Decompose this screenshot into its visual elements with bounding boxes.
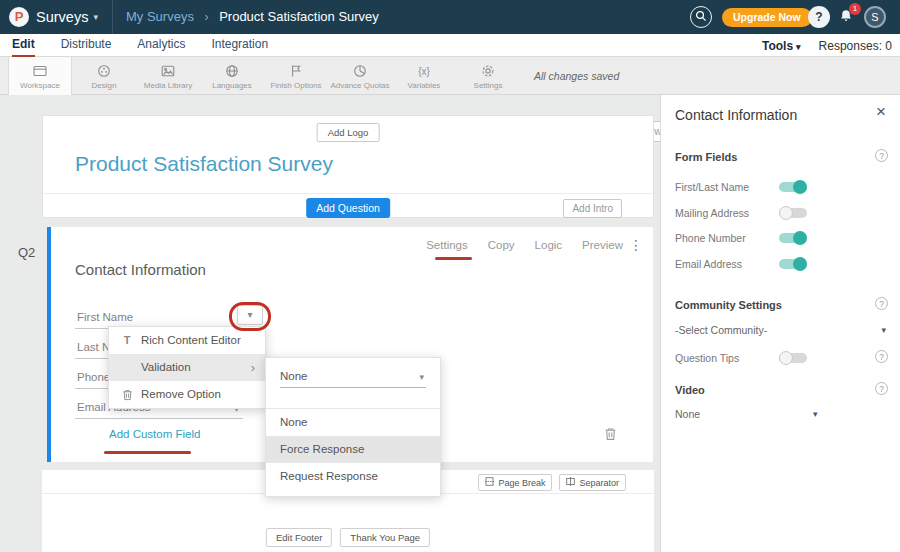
question-preview-link[interactable]: Preview (582, 239, 623, 251)
chevron-down-icon[interactable]: ▾ (881, 325, 886, 335)
add-custom-field-link[interactable]: Add Custom Field (109, 428, 200, 440)
toolbar-item-advance-quotas[interactable]: Advance Quotas (328, 57, 392, 95)
trash-icon (604, 427, 617, 444)
validation-select[interactable]: None ▾ (280, 370, 426, 388)
questionpro-logo[interactable]: P (9, 7, 29, 27)
help-icon[interactable]: ? (875, 297, 888, 310)
field-first-name[interactable]: First Name (75, 299, 243, 329)
toolbar-item-workspace[interactable]: Workspace (8, 57, 72, 95)
page-break-button[interactable]: Page Break (478, 474, 552, 491)
edit-footer-button[interactable]: Edit Footer (266, 528, 332, 547)
toggle-label-email-address: Email Address (675, 258, 742, 270)
tab-distribute[interactable]: Distribute (61, 34, 112, 57)
header-divider (43, 193, 653, 194)
validation-option-none[interactable]: None (266, 409, 440, 436)
question-number: Q2 (18, 245, 35, 260)
question-settings-link[interactable]: Settings (426, 239, 468, 251)
breadcrumb-separator-icon: › (205, 10, 209, 24)
menu-item-remove-option[interactable]: Remove Option (109, 381, 265, 408)
tab-analytics[interactable]: Analytics (137, 34, 185, 57)
question-copy-link[interactable]: Copy (488, 239, 515, 251)
help-icon[interactable]: ? (875, 382, 888, 395)
toggle-label-first-last-name: First/Last Name (675, 181, 749, 193)
help-icon[interactable]: ? (875, 149, 888, 162)
topbar-divider (112, 0, 113, 34)
validation-submenu: None ▾ None Force Response Request Respo… (265, 357, 441, 497)
delete-question-button[interactable] (604, 427, 617, 445)
page-break-icon (485, 477, 494, 488)
community-settings-heading: Community Settings (675, 299, 782, 311)
footer-buttons: Edit Footer Thank You Page (266, 528, 430, 547)
toggle-label-phone-number: Phone Number (675, 232, 746, 244)
toolbar-item-variables[interactable]: {x} Variables (392, 57, 456, 95)
separator-icon (566, 477, 575, 488)
tab-edit[interactable]: Edit (12, 34, 35, 57)
toggle-label-mailing-address: Mailing Address (675, 207, 749, 219)
first-name-options-dropdown[interactable]: ▾ (237, 305, 263, 325)
navbar: Edit Distribute Analytics Integration To… (0, 34, 900, 57)
close-icon[interactable]: × (876, 103, 886, 120)
trash-icon (119, 381, 135, 408)
add-question-button[interactable]: Add Question (306, 198, 390, 218)
validation-option-force-response[interactable]: Force Response (266, 436, 440, 463)
tools-menu[interactable]: Tools▾ (762, 39, 801, 53)
autosave-status: All changes saved (534, 57, 619, 95)
separator-button[interactable]: Separator (559, 474, 626, 491)
toggle-question-tips[interactable] (779, 351, 807, 365)
submenu-arrow-icon: › (251, 354, 255, 381)
upgrade-now-button[interactable]: Upgrade Now (722, 8, 812, 27)
question-title[interactable]: Contact Information (75, 261, 206, 278)
search-icon (695, 8, 707, 26)
toolbar-item-settings[interactable]: Settings (456, 57, 520, 95)
toolbar-item-finish-options[interactable]: Finish Options (264, 57, 328, 95)
chevron-down-icon: ▾ (796, 42, 801, 52)
variables-icon: {x} (418, 63, 430, 80)
question-logic-link[interactable]: Logic (535, 239, 563, 251)
search-button[interactable] (690, 6, 712, 28)
survey-title[interactable]: Product Satisfaction Survey (75, 152, 333, 176)
add-intro-button[interactable]: Add Intro (563, 199, 622, 218)
chevron-down-icon: ▾ (93, 12, 98, 22)
editor-toolbar: Workspace Design Media Library Languages… (0, 57, 900, 95)
validation-options-list: None Force Response Request Response (266, 408, 440, 490)
surveys-product-menu[interactable]: Surveys▾ (36, 0, 98, 34)
toggle-first-last-name[interactable] (779, 180, 807, 194)
design-icon (96, 63, 112, 80)
toggle-phone-number[interactable] (779, 231, 807, 245)
toggle-email-address[interactable] (779, 257, 807, 271)
question-actions: Settings Copy Logic Preview (426, 239, 623, 251)
finish-options-icon (288, 63, 304, 80)
breadcrumb: My Surveys › Product Satisfaction Survey (126, 0, 379, 34)
survey-header-card: Add Logo Product Satisfaction Survey Add… (42, 115, 654, 218)
thank-you-page-button[interactable]: Thank You Page (340, 528, 430, 547)
question-overflow-menu[interactable]: ⋮ (629, 237, 643, 253)
video-select[interactable]: None (675, 408, 700, 420)
form-fields-heading: Form Fields (675, 151, 737, 163)
community-select[interactable]: -Select Community- (675, 324, 767, 336)
menu-item-validation[interactable]: Validation › (109, 354, 265, 381)
workspace-icon (32, 63, 48, 80)
tab-integration[interactable]: Integration (211, 34, 268, 57)
validation-option-request-response[interactable]: Request Response (266, 463, 440, 490)
toggle-label-question-tips: Question Tips (675, 352, 739, 364)
breadcrumb-my-surveys[interactable]: My Surveys (126, 9, 194, 24)
topbar: P Surveys▾ My Surveys › Product Satisfac… (0, 0, 900, 34)
responses-count[interactable]: Responses: 0 (819, 39, 892, 53)
help-icon[interactable]: ? (875, 350, 888, 363)
add-logo-button[interactable]: Add Logo (317, 123, 380, 142)
avatar[interactable]: S (864, 6, 886, 28)
video-heading: Video (675, 384, 705, 396)
submenu-spacer (266, 388, 440, 408)
chevron-down-icon[interactable]: ▾ (813, 409, 818, 419)
breadcrumb-current: Product Satisfaction Survey (219, 9, 379, 24)
gear-icon (480, 63, 496, 80)
chevron-down-icon: ▾ (247, 309, 252, 320)
toolbar-item-design[interactable]: Design (72, 57, 136, 95)
chevron-down-icon: ▾ (419, 372, 424, 382)
toolbar-item-languages[interactable]: Languages (200, 57, 264, 95)
help-button[interactable]: ? (808, 6, 830, 28)
toggle-mailing-address[interactable] (779, 206, 807, 220)
menu-item-rich-content-editor[interactable]: T Rich Content Editor (109, 327, 265, 354)
nav-tabs: Edit Distribute Analytics Integration (12, 34, 268, 57)
toolbar-item-media-library[interactable]: Media Library (136, 57, 200, 95)
